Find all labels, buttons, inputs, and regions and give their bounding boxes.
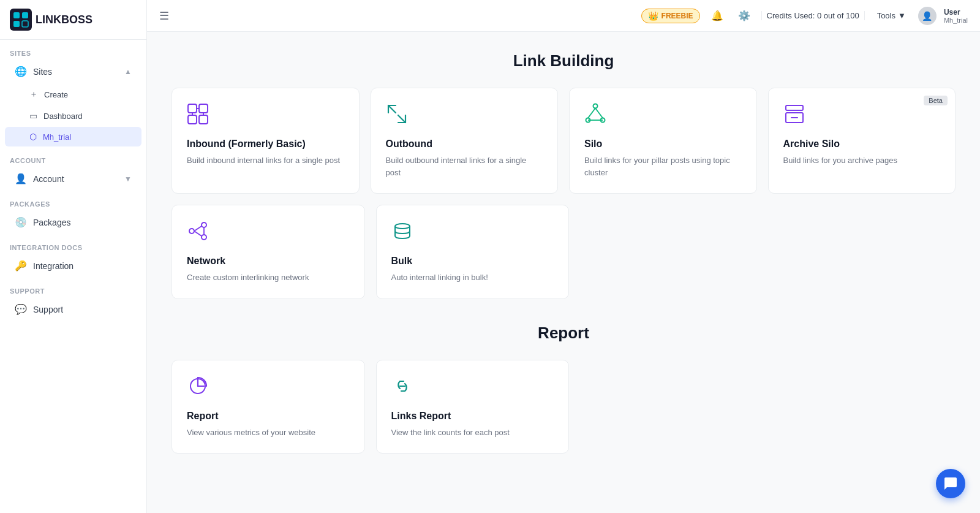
link-building-cards-row2: Network Create custom interlinking netwo… (172, 205, 569, 299)
links-report-icon (391, 375, 554, 400)
svg-line-27 (194, 231, 202, 236)
svg-point-29 (395, 224, 410, 229)
inbound-desc: Build inbound internal links for a singl… (187, 154, 344, 167)
packages-section-label: Packages (0, 191, 146, 210)
svg-point-25 (202, 235, 206, 240)
avatar[interactable]: 👤 (918, 7, 937, 25)
card-network[interactable]: Network Create custom interlinking netwo… (172, 205, 365, 299)
archive-silo-icon (783, 103, 941, 127)
card-bulk[interactable]: Bulk Auto internal linking in bulk! (376, 205, 570, 299)
svg-line-17 (588, 108, 595, 118)
settings-button[interactable]: ⚙️ (734, 6, 754, 26)
silo-icon (584, 103, 742, 127)
support-label: Support (33, 305, 63, 314)
svg-rect-20 (786, 105, 803, 110)
silo-title: Silo (584, 139, 742, 150)
report-section-title: Report (172, 324, 956, 343)
sidebar-item-sites[interactable]: 🌐 Sites ▲ (5, 60, 141, 83)
dashboard-icon: ▭ (29, 111, 37, 121)
sidebar-item-active-site[interactable]: ⬡ Mh_trial (5, 127, 141, 146)
network-icon (187, 220, 350, 245)
inbound-icon (187, 103, 344, 127)
logo[interactable]: LINKBOSS (10, 9, 92, 31)
bulk-desc: Auto internal linking in bulk! (391, 272, 554, 284)
outbound-icon (386, 103, 543, 127)
chevron-up-icon: ▲ (124, 67, 132, 76)
packages-icon: 💿 (15, 216, 27, 228)
svg-rect-5 (188, 104, 197, 113)
network-desc: Create custom interlinking network (187, 272, 350, 284)
main-content: Link Building Inbound (Formerly Basic) (147, 32, 980, 513)
account-section-label: Account (0, 147, 146, 167)
card-links-report[interactable]: Links Report View the link counts for ea… (376, 360, 570, 454)
svg-rect-7 (188, 115, 197, 124)
svg-rect-4 (22, 21, 28, 27)
main-area: ☰ 👑 FREEBIE 🔔 ⚙️ Credits Used: 0 out of … (147, 0, 980, 513)
user-role: User (944, 8, 968, 17)
svg-line-12 (388, 105, 396, 113)
plus-icon: ＋ (29, 89, 38, 100)
globe-icon: 🌐 (15, 66, 27, 77)
link-building-cards-row1: Inbound (Formerly Basic) Build inbound i… (172, 88, 956, 194)
silo-desc: Build links for your pillar posts using … (584, 154, 742, 178)
menu-toggle-button[interactable]: ☰ (159, 9, 169, 23)
chevron-down-icon: ▼ (124, 175, 132, 183)
chat-fab-button[interactable] (936, 469, 965, 498)
inbound-title: Inbound (Formerly Basic) (187, 139, 344, 150)
support-section-label: Support (0, 278, 146, 297)
svg-rect-6 (199, 104, 208, 113)
user-info[interactable]: User Mh_trial (944, 8, 968, 24)
report-cards: Report View various metrics of your webs… (172, 360, 569, 454)
sidebar-item-integration[interactable]: 🔑 Integration (5, 254, 141, 277)
beta-badge: Beta (924, 96, 948, 105)
dashboard-label: Dashboard (43, 112, 83, 121)
card-report[interactable]: Report View various metrics of your webs… (172, 360, 365, 454)
integration-docs-section-label: Integration Docs (0, 234, 146, 254)
plan-label: FREEBIE (662, 12, 693, 20)
card-outbound[interactable]: Outbound Build outbound internal links f… (371, 88, 559, 194)
svg-rect-0 (10, 9, 32, 31)
report-desc: View various metrics of your website (187, 427, 350, 439)
sidebar-sites-label: Sites (33, 67, 52, 77)
outbound-desc: Build outbound internal links for a sing… (386, 154, 543, 178)
brand-name: LINKBOSS (36, 13, 92, 26)
sidebar: LINKBOSS Sites 🌐 Sites ▲ ＋ Create ▭ Dash… (0, 0, 147, 513)
svg-point-24 (202, 222, 206, 227)
outbound-title: Outbound (386, 139, 543, 150)
sidebar-item-create[interactable]: ＋ Create (5, 84, 141, 105)
packages-label: Packages (33, 218, 70, 227)
svg-point-14 (594, 104, 598, 108)
integration-icon: 🔑 (15, 260, 27, 272)
svg-line-13 (398, 115, 405, 123)
active-site-label: Mh_trial (43, 132, 71, 142)
create-label: Create (44, 90, 68, 99)
sites-section-label: Sites (0, 40, 146, 59)
link-building-title: Link Building (172, 51, 956, 70)
logo-container: LINKBOSS (0, 0, 146, 40)
svg-line-26 (194, 226, 202, 231)
account-label: Account (33, 174, 64, 184)
card-silo[interactable]: Silo Build links for your pillar posts u… (569, 88, 757, 194)
network-title: Network (187, 256, 350, 267)
sidebar-item-account[interactable]: 👤 Account ▼ (5, 167, 141, 190)
tools-dropdown[interactable]: Tools ▼ (872, 11, 911, 20)
site-icon: ⬡ (29, 132, 37, 142)
svg-rect-1 (13, 12, 20, 18)
report-icon (187, 375, 350, 400)
archive-silo-desc: Build links for you archive pages (783, 154, 941, 167)
user-name: Mh_trial (944, 17, 968, 24)
header: ☰ 👑 FREEBIE 🔔 ⚙️ Credits Used: 0 out of … (147, 0, 980, 32)
card-inbound[interactable]: Inbound (Formerly Basic) Build inbound i… (172, 88, 360, 194)
svg-line-18 (595, 108, 603, 118)
plan-badge: 👑 FREEBIE (641, 9, 700, 23)
svg-point-23 (189, 229, 194, 234)
sidebar-item-support[interactable]: 💬 Support (5, 298, 141, 321)
archive-silo-title: Archive Silo (783, 139, 941, 150)
bulk-title: Bulk (391, 256, 554, 267)
notifications-button[interactable]: 🔔 (707, 6, 727, 26)
support-icon: 💬 (15, 303, 27, 315)
sidebar-item-packages[interactable]: 💿 Packages (5, 211, 141, 234)
sidebar-item-dashboard[interactable]: ▭ Dashboard (5, 106, 141, 126)
card-archive-silo[interactable]: Beta Archive Silo Build links for you ar… (768, 88, 956, 194)
tools-chevron-icon: ▼ (898, 11, 906, 20)
